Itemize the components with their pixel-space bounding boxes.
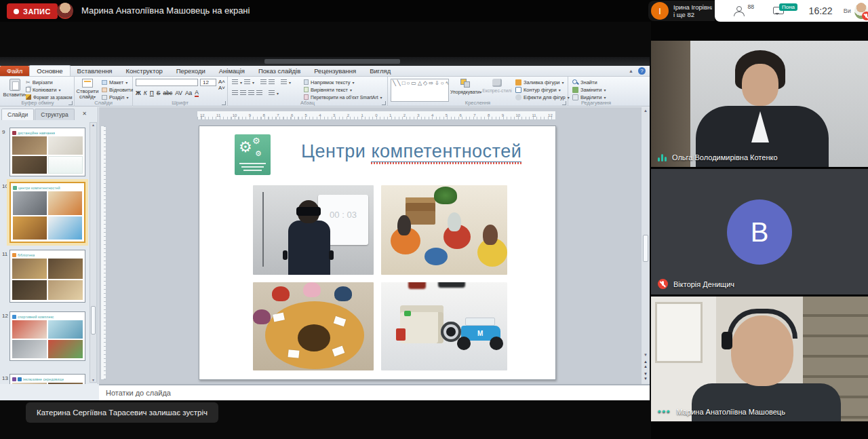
shape-item-8[interactable]: ⇩ bbox=[435, 80, 441, 86]
tab-slides[interactable]: Слайди bbox=[1, 109, 34, 120]
current-slide[interactable]: ⚙ ⚙ ⚙ Центри компетентностей 00 : 03 bbox=[199, 126, 556, 380]
replace-button[interactable]: Замінити▾ bbox=[572, 86, 606, 93]
participant-tile-3[interactable]: ••• Марина Анатоліївна Машовець bbox=[651, 297, 868, 421]
ribbon-tab-4[interactable]: Конструктор bbox=[119, 66, 170, 76]
ribbon-tab-8[interactable]: Рецензування bbox=[307, 66, 363, 76]
participant-tile-2[interactable]: В Вікторія Денищич bbox=[651, 169, 868, 294]
scroll-down-icon[interactable]: ▼ bbox=[90, 378, 96, 382]
tab-outline[interactable]: Структура bbox=[35, 109, 74, 120]
paste-button[interactable]: Вставити▾ bbox=[1, 78, 28, 100]
list-buttons[interactable]: ▾ ▾ ▾ bbox=[232, 79, 291, 85]
slides-panel-scrollbar[interactable]: ▲ ▼ bbox=[90, 122, 97, 383]
copy-icon bbox=[26, 87, 31, 92]
font-style-button-0[interactable]: Ж bbox=[136, 90, 141, 96]
quick-styles-button[interactable]: Експрес-стилі bbox=[481, 78, 513, 100]
thumbnail-title: інклюзивне середовище bbox=[23, 377, 64, 381]
thumbnail-photo bbox=[13, 191, 47, 215]
ribbon-tab-3[interactable]: Вставлення bbox=[71, 66, 119, 76]
font-style-button-7[interactable]: А bbox=[195, 89, 199, 97]
ribbon-tab-1[interactable]: Файл bbox=[0, 66, 29, 76]
slide-number: 12 bbox=[2, 313, 8, 319]
clipboard-group: Вставити▾ ✂Вирізати Копіювати▾ Формат за… bbox=[1, 77, 75, 107]
text-direction-button[interactable]: Напрямок тексту▾ bbox=[304, 79, 354, 85]
shape-item-1[interactable]: ╲ bbox=[397, 80, 402, 86]
shape-item-5[interactable]: △ bbox=[418, 80, 423, 86]
pinned-participant-name: Ірина Ігорівна ... bbox=[673, 3, 712, 11]
align-center-icon bbox=[240, 90, 246, 96]
shape-item-6[interactable]: ◇ bbox=[423, 80, 429, 86]
participants-button[interactable]: 88 bbox=[734, 5, 749, 17]
copy-button[interactable]: Копіювати▾ bbox=[26, 86, 60, 93]
shape-fill-button[interactable]: Заливка фігури▾ bbox=[515, 79, 564, 85]
next-slide-button[interactable]: ▼▼ bbox=[642, 372, 650, 381]
self-avatar[interactable] bbox=[854, 3, 868, 19]
slide-number: 9 bbox=[2, 129, 5, 135]
slide-thumbnail-9[interactable]: 9дистанційне навчання bbox=[0, 128, 89, 180]
font-style-button-4[interactable]: abc bbox=[163, 90, 172, 96]
chat-button[interactable]: Пона bbox=[773, 5, 786, 17]
font-style-button-2[interactable]: П bbox=[150, 90, 154, 96]
slide-thumbnail-12[interactable]: 12спортивний комплекс bbox=[0, 311, 89, 365]
ribbon-tab-5[interactable]: Переходи bbox=[170, 66, 212, 76]
ppt-title-bar[interactable] bbox=[0, 57, 650, 66]
find-button[interactable]: Знайти bbox=[572, 79, 597, 85]
font-style-button-1[interactable]: К bbox=[144, 90, 147, 96]
participant-tile-1[interactable]: Ольга Володимирівна Котенко bbox=[651, 41, 868, 167]
ribbon-tab-2[interactable]: Основне bbox=[29, 65, 70, 76]
alignment-buttons[interactable]: ▾ bbox=[232, 90, 279, 96]
panel-close-icon[interactable]: ✕ bbox=[82, 111, 87, 117]
shape-item-4[interactable]: ▭ bbox=[411, 80, 418, 86]
font-dialog-launcher[interactable] bbox=[222, 101, 226, 105]
slide-thumbnail-11[interactable]: 11бібліотека bbox=[0, 250, 89, 307]
shape-item-0[interactable]: ╲ bbox=[393, 80, 397, 86]
font-style-button-5[interactable]: AV bbox=[175, 90, 182, 96]
grow-shrink-font-buttons[interactable]: A˄ A˅ bbox=[218, 79, 227, 91]
clipboard-dialog-launcher[interactable] bbox=[68, 101, 73, 105]
help-icon[interactable]: ? bbox=[638, 67, 646, 75]
shapes-gallery[interactable]: ╲╲□○▭△◇⇨⇩○∿()☆╲ bbox=[391, 79, 449, 102]
shape-item-7[interactable]: ⇨ bbox=[429, 80, 435, 86]
scroll-up-icon[interactable]: ▲ bbox=[90, 123, 96, 127]
presenter-avatar bbox=[57, 3, 73, 19]
slide-thumbnail-10[interactable]: 10центри компетентностей bbox=[0, 182, 89, 247]
text-direction-icon bbox=[304, 79, 309, 85]
slide-title[interactable]: Центри компетентностей bbox=[301, 141, 552, 162]
pinned-participant-pill[interactable]: I Ірина Ігорівна ... і ще 82 bbox=[648, 1, 715, 21]
mic-muted-icon bbox=[658, 279, 668, 289]
slides-panel: Слайди Структура ✕ 9дистанційне навчання… bbox=[0, 107, 98, 384]
smartart-icon bbox=[304, 94, 309, 100]
slide-thumbnail-13[interactable]: 13інклюзивне середовище bbox=[0, 374, 89, 384]
shape-outline-icon bbox=[515, 87, 521, 93]
shape-item-10[interactable]: ∿ bbox=[445, 80, 449, 86]
align-text-button[interactable]: Вирівняти текст▾ bbox=[304, 86, 352, 93]
arrange-button[interactable]: Упорядкувати▾ bbox=[450, 78, 481, 100]
thumbnail-title-icon bbox=[13, 186, 17, 190]
shape-outline-button[interactable]: Контур фігури▾ bbox=[515, 86, 561, 93]
reset-button[interactable]: Відновити bbox=[102, 86, 133, 93]
previous-slide-button[interactable]: ▲▲ bbox=[642, 360, 650, 369]
cut-button[interactable]: ✂Вирізати bbox=[26, 79, 53, 85]
shape-item-2[interactable]: □ bbox=[402, 80, 407, 86]
editor-scrollbar[interactable]: ▲ ▼ ▲▲ ▼▼ bbox=[641, 107, 650, 384]
numbering-icon bbox=[244, 79, 250, 85]
notes-placeholder: Нотатки до слайда bbox=[99, 385, 650, 397]
notes-pane[interactable]: Нотатки до слайда bbox=[99, 384, 650, 400]
font-name-combobox[interactable] bbox=[136, 79, 198, 86]
font-size-combobox[interactable]: 12 bbox=[200, 79, 216, 86]
ribbon-tab-7[interactable]: Показ слайдів bbox=[252, 66, 307, 76]
paragraph-dialog-launcher[interactable] bbox=[382, 101, 386, 105]
self-mic-muted-icon bbox=[862, 12, 868, 20]
ribbon-tab-6[interactable]: Анімація bbox=[212, 66, 252, 76]
ribbon-tab-9[interactable]: Вигляд bbox=[363, 66, 397, 76]
slides-group: Створити слайд▾ Макет▾ Відновити Розділ▾… bbox=[75, 77, 133, 107]
recording-badge: ЗАПИС bbox=[7, 3, 58, 19]
layout-button[interactable]: Макет▾ bbox=[102, 79, 127, 85]
drawing-dialog-launcher[interactable] bbox=[562, 101, 566, 105]
drawing-group: ╲╲□○▭△◇⇨⇩○∿()☆╲ Упорядкувати▾ Експрес-ст… bbox=[388, 77, 568, 107]
new-slide-button[interactable]: Створити слайд▾ bbox=[75, 78, 100, 100]
font-style-button-3[interactable]: S bbox=[157, 90, 161, 96]
thumbnail-photo bbox=[48, 383, 83, 384]
font-style-button-6[interactable]: Aa bbox=[185, 90, 192, 96]
ribbon-minimize-icon[interactable]: ▲ bbox=[629, 69, 633, 73]
shape-fill-icon bbox=[515, 79, 521, 85]
